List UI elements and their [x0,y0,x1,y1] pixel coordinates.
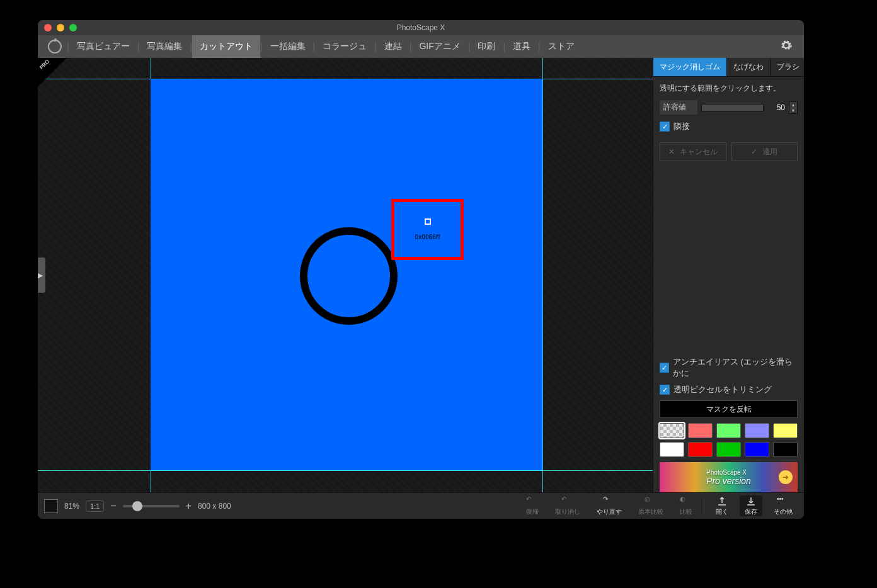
more-button[interactable]: •••その他 [769,495,798,516]
tolerance-label: 許容値 [660,100,697,115]
swatch-white[interactable] [660,442,684,457]
tooltab-lasso[interactable]: なげなわ [727,58,771,76]
adjacent-label: 隣接 [674,121,690,132]
download-icon [745,495,757,507]
window-controls [38,24,77,31]
tab-combine[interactable]: 連結 [377,35,410,58]
zoom-slider[interactable] [123,505,180,507]
content-area: PRO ▶ 0x0066ff マジック消しゴム なげなわ ブラシ 透明にする範囲 [38,58,804,492]
invert-mask-button[interactable]: マスクを反転 [660,400,798,418]
antialias-label: アンチエイリアス (エッジを滑らかに [673,356,798,379]
promo-arrow-icon: ➜ [779,470,793,484]
tab-editor[interactable]: 写真編集 [139,35,190,58]
compare-button[interactable]: ◐比較 [675,495,697,516]
trim-label: 透明ピクセルをトリミング [674,384,772,395]
tab-cutout[interactable]: カットアウト [192,35,260,58]
canvas-image[interactable]: 0x0066ff [151,79,542,470]
pro-promo-banner[interactable]: PhotoScape X Pro version ➜ [660,462,798,492]
swatch-lightgreen[interactable] [716,423,741,438]
zoom-percentage: 81% [64,502,79,511]
tolerance-row: 許容値 50 ▲▼ [660,100,798,115]
undo-button[interactable]: ↶取り消し [550,495,585,516]
tab-store[interactable]: ストア [541,35,582,58]
pro-badge: PRO [38,58,67,87]
save-button[interactable]: 保存 [740,495,762,516]
app-window: PhotoScape X |写真ビュアー |写真編集 |カットアウト |一括編集… [38,20,804,519]
settings-button[interactable] [774,39,799,55]
adjacent-row[interactable]: ✓ 隣接 [660,121,798,132]
minimize-icon[interactable] [57,24,64,31]
tooltab-magic-eraser[interactable]: マジック消しゴム [653,58,727,76]
swatch-lightblue[interactable] [745,423,769,438]
picker-target-icon [425,218,431,225]
swatch-blue[interactable] [745,442,769,457]
app-logo-icon[interactable] [48,40,62,54]
redo-button[interactable]: ↷やり直す [592,495,627,516]
tolerance-slider[interactable] [701,104,764,111]
tab-batch[interactable]: 一括編集 [263,35,313,58]
tab-collage[interactable]: コラージュ [315,35,374,58]
window-title: PhotoScape X [397,23,445,32]
sidebar-expand-button[interactable]: ▶ [38,257,45,293]
zoom-out-button[interactable]: − [110,500,116,512]
promo-text: PhotoScape X Pro version [706,469,751,486]
main-tabbar: |写真ビュアー |写真編集 |カットアウト |一括編集 |コラージュ |連結 |… [38,35,804,58]
background-swatches [660,423,798,457]
guide-horizontal-bottom [38,470,653,471]
tab-tools[interactable]: 道具 [505,35,538,58]
zoom-in-button[interactable]: + [186,500,192,512]
apply-button[interactable]: ✓ 適用 [731,142,798,161]
image-dimensions: 800 x 800 [198,502,231,511]
trim-checkbox[interactable]: ✓ [660,385,670,395]
swatch-yellow[interactable] [773,423,798,438]
open-button[interactable]: 開く [711,495,733,516]
guide-vertical-right [542,58,543,492]
drawn-circle [300,227,398,325]
tab-gif[interactable]: GIFアニメ [411,35,467,58]
swatch-transparent[interactable] [660,423,684,438]
antialias-row[interactable]: ✓ アンチエイリアス (エッジを滑らかに [660,356,798,379]
antialias-checkbox[interactable]: ✓ [660,363,669,373]
maximize-icon[interactable] [69,24,77,31]
tolerance-stepper[interactable]: ▲▼ [789,101,798,114]
swatch-pink[interactable] [688,423,713,438]
close-icon[interactable] [44,24,52,31]
gear-icon [780,39,793,52]
tool-tabs: マジック消しゴム なげなわ ブラシ [653,58,804,77]
bg-preview-icon[interactable] [44,499,58,513]
tab-viewer[interactable]: 写真ビュアー [69,35,137,58]
restore-button[interactable]: ↶復帰 [521,495,544,516]
compare-original-button[interactable]: ◎原本比較 [633,495,668,516]
trim-row[interactable]: ✓ 透明ピクセルをトリミング [660,384,798,395]
tolerance-value: 50 [767,103,785,112]
cancel-button[interactable]: ✕ キャンセル [660,142,726,161]
bottom-bar: 81% 1:1 − + 800 x 800 ↶復帰 ↶取り消し ↷やり直す ◎原… [38,492,804,519]
swatch-black[interactable] [773,442,798,457]
upload-icon [716,495,728,507]
color-picker-preview: 0x0066ff [391,199,464,260]
tab-print[interactable]: 印刷 [470,35,503,58]
swatch-red[interactable] [688,442,713,457]
titlebar: PhotoScape X [38,20,804,35]
tooltab-brush[interactable]: ブラシ [771,58,804,76]
right-panel: マジック消しゴム なげなわ ブラシ 透明にする範囲をクリックします。 許容値 5… [653,58,804,492]
canvas-area[interactable]: PRO ▶ 0x0066ff [38,58,653,492]
more-icon: ••• [777,495,789,507]
tool-hint: 透明にする範囲をクリックします。 [660,83,798,94]
zoom-11-button[interactable]: 1:1 [86,500,104,512]
adjacent-checkbox[interactable]: ✓ [660,122,670,132]
swatch-green[interactable] [716,442,741,457]
picker-color-code: 0x0066ff [415,234,440,240]
